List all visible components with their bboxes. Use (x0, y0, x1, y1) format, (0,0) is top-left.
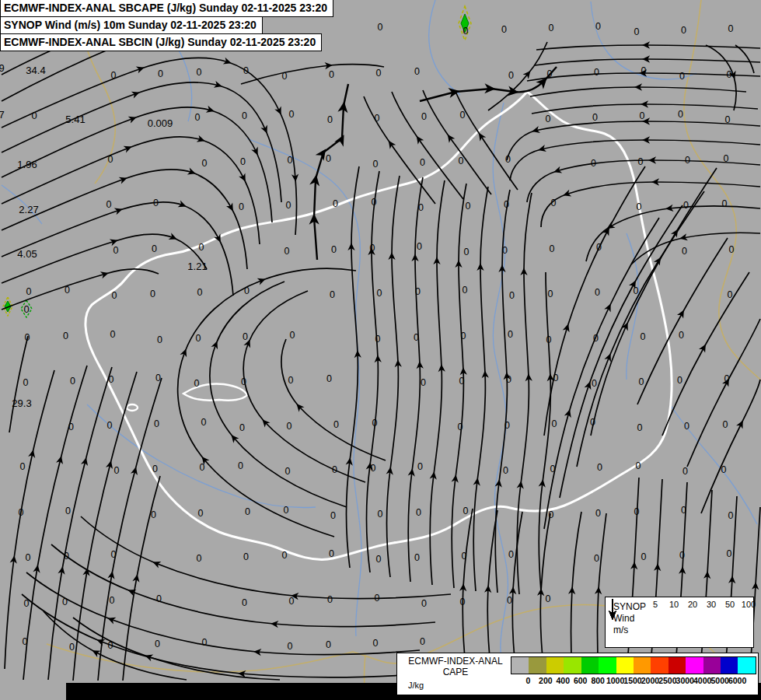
cape-tick-label: 5000 (710, 676, 728, 685)
cape-color-segment (721, 657, 738, 674)
map-streamlines (0, 0, 761, 700)
cape-tick-label: 1500 (623, 676, 641, 685)
wind-speed-label: 10 (669, 600, 679, 609)
wind-speed-label: 5 (653, 600, 658, 609)
cape-legend: ECMWF-INDEX-ANAL CAPE J/kg 0200400600800… (396, 653, 759, 695)
cape-tick-label: 800 (591, 676, 605, 685)
cape-tick-label: 0 (526, 676, 531, 685)
cape-tick-label: 6000 (728, 676, 746, 685)
cape-tick-label: 2000 (641, 676, 659, 685)
cape-color-segment (703, 657, 721, 674)
cape-color-segment (634, 657, 651, 674)
wind-speed-label: 100 (742, 600, 756, 609)
wind-legend-unit: m/s (613, 625, 646, 636)
cape-color-segment (616, 657, 634, 674)
cape-tick-label: 2500 (658, 676, 676, 685)
cape-color-segment (546, 657, 564, 674)
cape-legend-unit: J/kg (408, 681, 424, 690)
wind-speed-column: 100 (739, 600, 758, 646)
header-line-sbcape: ECMWF-INDEX-ANAL SBCAPE (J/kg) Sunday 02… (0, 0, 333, 17)
wind-streamlines (2, 33, 760, 681)
cape-colorbar-ticks: 0200400600800100015002000250030004000500… (511, 676, 755, 688)
wind-speed-column: 20 (683, 600, 702, 646)
wind-speed-column: 50 (721, 600, 739, 646)
wind-speed-label: 50 (725, 600, 735, 609)
weather-map-stage: 0000000000000000000000000000000000000000… (0, 0, 761, 700)
cape-color-segment (686, 657, 703, 674)
header-line-wind: SYNOP Wind (m/s) 10m Sunday 02-11-2025 2… (0, 16, 263, 34)
cape-color-segment (529, 657, 546, 674)
cape-tick-label: 3000 (676, 676, 694, 685)
cape-tick-label: 600 (574, 676, 588, 685)
wind-speed-column: 5 (646, 600, 665, 646)
header-line-sbcin: ECMWF-INDEX-ANAL SBCIN (J/kg) Sunday 02-… (0, 33, 322, 51)
wind-legend: SYNOP Wind m/s 510203050100 (605, 597, 754, 648)
wind-speed-label: 30 (707, 600, 716, 609)
wind-speed-column: 10 (665, 600, 683, 646)
wind-speed-column: 30 (702, 600, 721, 646)
cape-legend-title: ECMWF-INDEX-ANAL (400, 656, 511, 667)
cape-color-segment (738, 657, 755, 674)
cape-color-segment (651, 657, 668, 674)
cape-tick-label: 4000 (693, 676, 711, 685)
cape-legend-subtitle: CAPE (400, 667, 511, 677)
cape-color-segment (599, 657, 616, 674)
cape-tick-label: 200 (539, 676, 553, 685)
wind-speed-label: 20 (688, 600, 697, 609)
cape-tick-label: 400 (557, 676, 571, 685)
title-block: ECMWF-INDEX-ANAL SBCAPE (J/kg) Sunday 02… (0, 0, 333, 51)
cape-tick-label: 1000 (606, 676, 624, 685)
cape-color-segment (581, 657, 599, 674)
cape-color-segment (564, 657, 581, 674)
cape-colorbar (511, 656, 756, 674)
cape-color-segment (511, 657, 529, 674)
cape-color-segment (668, 657, 686, 674)
wind-legend-scale: 510203050100 (646, 597, 761, 647)
wind-arrow-icon (606, 597, 620, 621)
